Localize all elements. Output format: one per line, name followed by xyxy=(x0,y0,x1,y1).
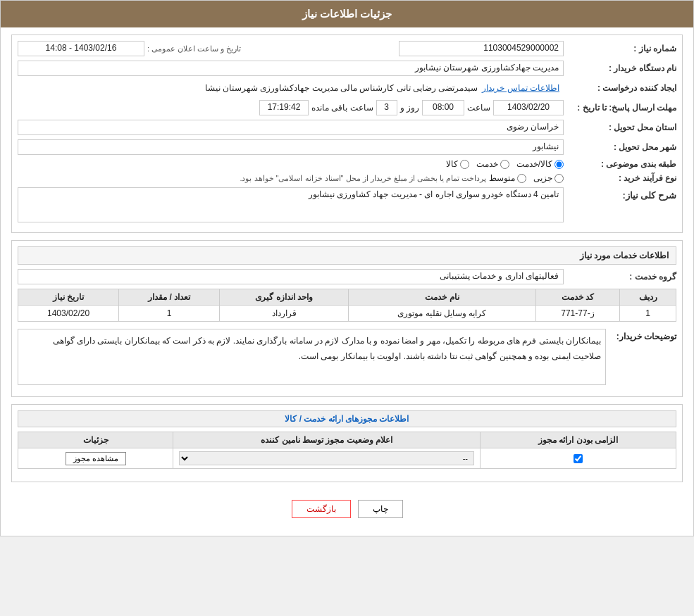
requester-name: سیدمرتضی رضایی تانی کارشناس مالی مدیریت … xyxy=(205,83,478,93)
category-service-radio[interactable] xyxy=(500,160,509,169)
general-desc-row: شرح کلی نیاز: تامین 4 دستگاه خودرو سواری… xyxy=(18,187,676,222)
process-type-row: نوع فرآیند خرید : جزیی متوسط پرداخت تمام… xyxy=(18,173,676,183)
category-group: کالا/خدمت خدمت کالا xyxy=(18,159,564,169)
page-title: جزئیات اطلاعات نیاز xyxy=(302,8,392,20)
delivery-province-value: خراسان رضوی xyxy=(18,120,564,135)
process-medium-radio[interactable] xyxy=(517,174,526,183)
cell-quantity: 1 xyxy=(119,306,220,322)
requester-row: ایجاد کننده درخواست : اطلاعات تماس خریدا… xyxy=(18,80,676,96)
category-service-label: خدمت xyxy=(476,159,498,169)
col-details: جزئیات xyxy=(18,432,173,448)
category-goods-service: کالا/خدمت xyxy=(516,159,564,169)
service-group-value: فعالیتهای اداری و خدمات پشتیبانی xyxy=(18,269,564,284)
process-medium-label: متوسط xyxy=(489,173,515,183)
need-number-label: شماره نیاز : xyxy=(564,44,676,54)
view-permit-button[interactable]: مشاهده مجوز xyxy=(66,452,126,465)
col-need-date: تاریخ نیاز xyxy=(18,289,119,306)
col-permit-status: اعلام وضعیت مجوز توسط نامین کننده xyxy=(173,432,481,448)
col-service-name: نام خدمت xyxy=(349,289,535,306)
service-group-label: گروه خدمت : xyxy=(564,272,676,282)
requester-value: اطلاعات تماس خریدار سیدمرتضی رضایی تانی … xyxy=(18,80,564,96)
notes-row: توضیحات خریدار: بیمانکاران بایستی فرم ها… xyxy=(18,329,676,385)
response-deadline-label: مهلت ارسال پاسخ: تا تاریخ : xyxy=(564,103,676,113)
permit-status-select[interactable]: -- xyxy=(179,451,474,465)
process-type-group: جزیی متوسط پرداخت تمام یا بخشی از مبلغ خ… xyxy=(18,173,564,183)
services-section: اطلاعات خدمات مورد نیاز گروه خدمت : فعال… xyxy=(11,240,683,397)
col-measure-unit: واحد اندازه گیری xyxy=(220,289,349,306)
general-desc-value: تامین 4 دستگاه خودرو سواری اجاره ای - مد… xyxy=(18,187,564,222)
cell-service-name: کرایه وسایل نقلیه موتوری xyxy=(349,306,535,322)
permits-table: الزامی بودن ارائه مجوز اعلام وضعیت مجوز … xyxy=(18,432,676,469)
general-desc-label: شرح کلی نیاز: xyxy=(564,187,676,201)
time-label: ساعت xyxy=(467,103,490,113)
buyer-org-value: مدیریت جهادکشاورزی شهرستان نیشابور xyxy=(18,61,564,76)
process-partial-item: جزیی xyxy=(533,173,564,183)
category-radio-group: کالا/خدمت خدمت کالا xyxy=(446,159,564,169)
category-label: طبقه بندی موضوعی : xyxy=(564,159,676,169)
announce-date-label: تاریخ و ساعت اعلان عمومی : xyxy=(144,44,244,54)
process-partial-label: جزیی xyxy=(533,173,552,183)
response-deadline-group: 1403/02/20 ساعت 08:00 روز و 3 ساعت باقی … xyxy=(18,100,564,115)
category-row: طبقه بندی موضوعی : کالا/خدمت خدمت xyxy=(18,159,676,169)
footer-buttons: چاپ بازگشت xyxy=(11,489,683,529)
notes-value: بیمانکاران بایستی فرم های مربوطه را تکمی… xyxy=(18,329,606,385)
delivery-province-row: استان محل تحویل : خراسان رضوی xyxy=(18,120,676,135)
process-partial-radio[interactable] xyxy=(554,174,564,183)
buyer-org-row: نام دستگاه خریدار : مدیریت جهادکشاورزی ش… xyxy=(18,61,676,76)
category-goods-service-radio[interactable] xyxy=(554,160,564,169)
table-row: 1 ز-77-771 کرایه وسایل نقلیه موتوری قرار… xyxy=(18,306,676,322)
cell-row-num: 1 xyxy=(620,306,676,322)
cell-need-date: 1403/02/20 xyxy=(18,306,119,322)
services-section-title: اطلاعات خدمات مورد نیاز xyxy=(18,246,676,265)
col-permit-required: الزامی بودن ارائه مجوز xyxy=(480,432,676,448)
response-time-value: 08:00 xyxy=(422,100,464,115)
announce-datetime-value: 1403/02/16 - 14:08 xyxy=(18,41,144,56)
requester-label: ایجاد کننده درخواست : xyxy=(564,83,676,93)
cell-service-code: ز-77-771 xyxy=(535,306,620,322)
day-label: روز و xyxy=(400,103,419,113)
main-content: شماره نیاز : 1103004529000002 تاریخ و سا… xyxy=(1,27,693,536)
permit-required-checkbox[interactable] xyxy=(574,454,583,463)
delivery-city-row: شهر محل تحویل : نیشابور xyxy=(18,139,676,155)
requester-contact-link[interactable]: اطلاعات تماس خریدار xyxy=(482,83,559,93)
info-section: شماره نیاز : 1103004529000002 تاریخ و سا… xyxy=(11,34,683,233)
category-goods-item: کالا xyxy=(446,159,469,169)
delivery-province-label: استان محل تحویل : xyxy=(564,122,676,132)
col-service-code: کد خدمت xyxy=(535,289,620,306)
buyer-org-label: نام دستگاه خریدار : xyxy=(564,63,676,73)
delivery-city-label: شهر محل تحویل : xyxy=(564,142,676,152)
delivery-city-value: نیشابور xyxy=(18,139,564,155)
process-note: پرداخت تمام یا بخشی از مبلغ خریدار از مح… xyxy=(240,174,486,183)
need-number-row: شماره نیاز : 1103004529000002 تاریخ و سا… xyxy=(18,41,676,56)
print-button[interactable]: چاپ xyxy=(358,500,403,518)
response-days-value: 3 xyxy=(376,100,397,115)
response-date-value: 1403/02/20 xyxy=(493,100,564,115)
page-wrapper: جزئیات اطلاعات نیاز شماره نیاز : 1103004… xyxy=(0,0,694,536)
permits-section: اطلاعات مجوزهای ارائه خدمت / کالا الزامی… xyxy=(11,404,683,482)
process-type-label: نوع فرآیند خرید : xyxy=(564,173,676,183)
need-number-value: 1103004529000002 xyxy=(399,41,564,56)
remaining-label: ساعت باقی مانده xyxy=(311,103,373,113)
col-quantity: تعداد / مقدار xyxy=(119,289,220,306)
services-table: ردیف کد خدمت نام خدمت واحد اندازه گیری ت… xyxy=(18,289,676,322)
process-medium-item: متوسط xyxy=(489,173,526,183)
cell-measure-unit: قرارداد xyxy=(220,306,349,322)
permits-section-title: اطلاعات مجوزهای ارائه خدمت / کالا xyxy=(18,410,676,427)
page-header: جزئیات اطلاعات نیاز xyxy=(1,1,693,27)
service-group-row: گروه خدمت : فعالیتهای اداری و خدمات پشتی… xyxy=(18,269,676,284)
response-deadline-row: مهلت ارسال پاسخ: تا تاریخ : 1403/02/20 س… xyxy=(18,100,676,115)
category-goods-radio[interactable] xyxy=(460,160,469,169)
category-goods-service-label: کالا/خدمت xyxy=(516,159,552,169)
remaining-time-value: 17:19:42 xyxy=(259,100,309,115)
process-radio-group: جزیی متوسط xyxy=(489,173,564,183)
back-button[interactable]: بازگشت xyxy=(292,500,351,518)
category-goods-label: کالا xyxy=(446,159,458,169)
permit-row: -- مشاهده مجوز xyxy=(18,448,676,469)
col-row-num: ردیف xyxy=(620,289,676,306)
notes-label: توضیحات خریدار: xyxy=(606,329,676,341)
category-service-item: خدمت xyxy=(476,159,509,169)
